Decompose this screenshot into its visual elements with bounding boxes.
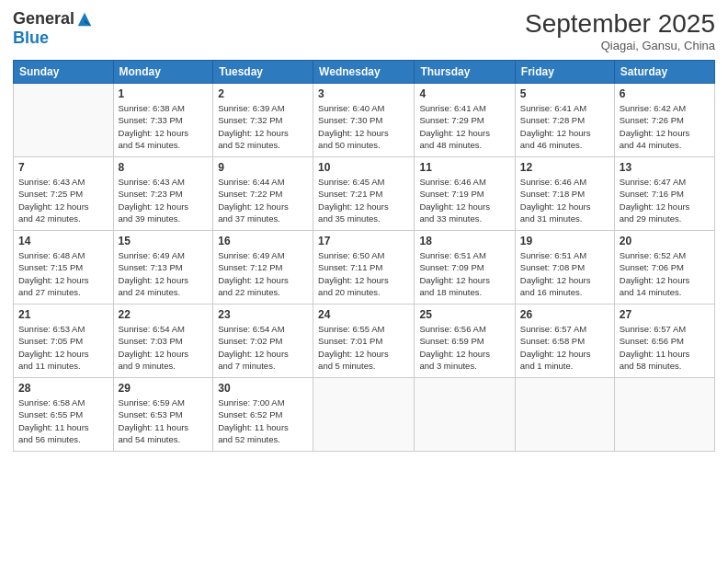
calendar-cell: 9Sunrise: 6:44 AMSunset: 7:22 PMDaylight… [213,157,313,231]
day-number: 25 [419,308,509,321]
calendar-cell [415,378,515,452]
day-info: Sunrise: 6:50 AMSunset: 7:11 PMDaylight:… [318,249,409,298]
day-info: Sunrise: 6:58 AMSunset: 6:55 PMDaylight:… [18,396,108,445]
calendar-cell: 8Sunrise: 6:43 AMSunset: 7:23 PMDaylight… [113,157,213,231]
day-info: Sunrise: 6:41 AMSunset: 7:28 PMDaylight:… [520,102,609,151]
calendar-cell: 19Sunrise: 6:51 AMSunset: 7:08 PMDayligh… [515,231,614,304]
day-info: Sunrise: 6:57 AMSunset: 6:56 PMDaylight:… [620,323,710,372]
calendar-cell: 10Sunrise: 6:45 AMSunset: 7:21 PMDayligh… [313,157,415,231]
calendar-table: Sunday Monday Tuesday Wednesday Thursday… [13,60,715,452]
day-info: Sunrise: 6:39 AMSunset: 7:32 PMDaylight:… [218,102,308,151]
day-info: Sunrise: 6:51 AMSunset: 7:09 PMDaylight:… [419,249,509,298]
calendar-cell: 17Sunrise: 6:50 AMSunset: 7:11 PMDayligh… [313,231,415,304]
calendar-cell: 25Sunrise: 6:56 AMSunset: 6:59 PMDayligh… [415,304,515,378]
day-number: 7 [18,161,108,174]
calendar-cell: 4Sunrise: 6:41 AMSunset: 7:29 PMDaylight… [415,84,515,157]
day-info: Sunrise: 6:46 AMSunset: 7:18 PMDaylight:… [520,176,609,224]
calendar-header-row: Sunday Monday Tuesday Wednesday Thursday… [14,61,715,84]
calendar-cell [614,378,714,452]
col-sunday: Sunday [14,61,114,84]
calendar-cell: 30Sunrise: 7:00 AMSunset: 6:52 PMDayligh… [213,378,313,452]
day-number: 20 [620,235,710,247]
day-number: 3 [318,87,409,100]
day-number: 11 [419,161,509,174]
calendar-cell: 28Sunrise: 6:58 AMSunset: 6:55 PMDayligh… [14,378,114,452]
title-block: September 2025 Qiagai, Gansu, China [525,9,715,52]
day-info: Sunrise: 6:56 AMSunset: 6:59 PMDaylight:… [419,323,509,372]
day-info: Sunrise: 6:54 AMSunset: 7:02 PMDaylight:… [218,323,308,372]
day-number: 2 [218,87,308,100]
day-number: 29 [119,382,209,395]
calendar-week-row: 14Sunrise: 6:48 AMSunset: 7:15 PMDayligh… [14,231,715,304]
day-number: 13 [620,161,710,174]
day-info: Sunrise: 6:54 AMSunset: 7:03 PMDaylight:… [119,323,209,372]
calendar-cell: 7Sunrise: 6:43 AMSunset: 7:25 PMDaylight… [14,157,114,231]
day-number: 26 [520,308,609,321]
day-info: Sunrise: 6:47 AMSunset: 7:16 PMDaylight:… [620,176,710,224]
day-number: 8 [119,161,209,174]
calendar-cell: 2Sunrise: 6:39 AMSunset: 7:32 PMDaylight… [213,84,313,157]
month-title: September 2025 [525,9,715,39]
day-number: 5 [520,87,609,100]
calendar-week-row: 7Sunrise: 6:43 AMSunset: 7:25 PMDaylight… [14,157,715,231]
day-info: Sunrise: 6:49 AMSunset: 7:13 PMDaylight:… [119,249,209,298]
calendar-cell [313,378,415,452]
col-friday: Friday [515,61,614,84]
calendar-cell: 14Sunrise: 6:48 AMSunset: 7:15 PMDayligh… [14,231,114,304]
day-number: 16 [218,235,308,247]
day-number: 10 [318,161,409,174]
logo-blue-text: Blue [13,29,49,48]
day-info: Sunrise: 6:42 AMSunset: 7:26 PMDaylight:… [620,102,710,151]
calendar-week-row: 1Sunrise: 6:38 AMSunset: 7:33 PMDaylight… [14,84,715,157]
calendar-cell: 6Sunrise: 6:42 AMSunset: 7:26 PMDaylight… [614,84,714,157]
day-number: 17 [318,235,409,247]
day-number: 1 [119,87,209,100]
day-info: Sunrise: 6:46 AMSunset: 7:19 PMDaylight:… [419,176,509,224]
logo-icon [76,11,93,28]
day-info: Sunrise: 6:38 AMSunset: 7:33 PMDaylight:… [119,102,209,151]
calendar-cell: 27Sunrise: 6:57 AMSunset: 6:56 PMDayligh… [614,304,714,378]
calendar-cell: 1Sunrise: 6:38 AMSunset: 7:33 PMDaylight… [113,84,213,157]
location: Qiagai, Gansu, China [525,39,715,52]
day-info: Sunrise: 6:59 AMSunset: 6:53 PMDaylight:… [119,396,209,445]
day-number: 22 [119,308,209,321]
calendar-cell: 3Sunrise: 6:40 AMSunset: 7:30 PMDaylight… [313,84,415,157]
day-info: Sunrise: 6:44 AMSunset: 7:22 PMDaylight:… [218,176,308,224]
col-wednesday: Wednesday [313,61,415,84]
col-thursday: Thursday [415,61,515,84]
calendar-cell: 18Sunrise: 6:51 AMSunset: 7:09 PMDayligh… [415,231,515,304]
logo: General Blue [13,9,93,48]
day-info: Sunrise: 6:48 AMSunset: 7:15 PMDaylight:… [18,249,108,298]
day-info: Sunrise: 6:51 AMSunset: 7:08 PMDaylight:… [520,249,609,298]
calendar-cell: 20Sunrise: 6:52 AMSunset: 7:06 PMDayligh… [614,231,714,304]
calendar-cell: 12Sunrise: 6:46 AMSunset: 7:18 PMDayligh… [515,157,614,231]
day-info: Sunrise: 6:41 AMSunset: 7:29 PMDaylight:… [419,102,509,151]
calendar-cell: 13Sunrise: 6:47 AMSunset: 7:16 PMDayligh… [614,157,714,231]
calendar-week-row: 28Sunrise: 6:58 AMSunset: 6:55 PMDayligh… [14,378,715,452]
logo-general-text: General [13,9,74,29]
col-tuesday: Tuesday [213,61,313,84]
col-monday: Monday [113,61,213,84]
day-number: 21 [18,308,108,321]
calendar-cell: 22Sunrise: 6:54 AMSunset: 7:03 PMDayligh… [113,304,213,378]
day-number: 18 [419,235,509,247]
col-saturday: Saturday [614,61,714,84]
calendar-cell: 21Sunrise: 6:53 AMSunset: 7:05 PMDayligh… [14,304,114,378]
calendar-cell [14,84,114,157]
day-number: 24 [318,308,409,321]
calendar-cell: 15Sunrise: 6:49 AMSunset: 7:13 PMDayligh… [113,231,213,304]
calendar-cell: 23Sunrise: 6:54 AMSunset: 7:02 PMDayligh… [213,304,313,378]
day-info: Sunrise: 7:00 AMSunset: 6:52 PMDaylight:… [218,396,308,445]
day-number: 15 [119,235,209,247]
day-info: Sunrise: 6:57 AMSunset: 6:58 PMDaylight:… [520,323,609,372]
day-number: 19 [520,235,609,247]
day-number: 9 [218,161,308,174]
day-info: Sunrise: 6:45 AMSunset: 7:21 PMDaylight:… [318,176,409,224]
day-number: 27 [620,308,710,321]
day-number: 4 [419,87,509,100]
day-number: 23 [218,308,308,321]
day-info: Sunrise: 6:53 AMSunset: 7:05 PMDaylight:… [18,323,108,372]
page-container: General Blue September 2025 Qiagai, Gans… [0,0,728,461]
day-info: Sunrise: 6:40 AMSunset: 7:30 PMDaylight:… [318,102,409,151]
calendar-week-row: 21Sunrise: 6:53 AMSunset: 7:05 PMDayligh… [14,304,715,378]
